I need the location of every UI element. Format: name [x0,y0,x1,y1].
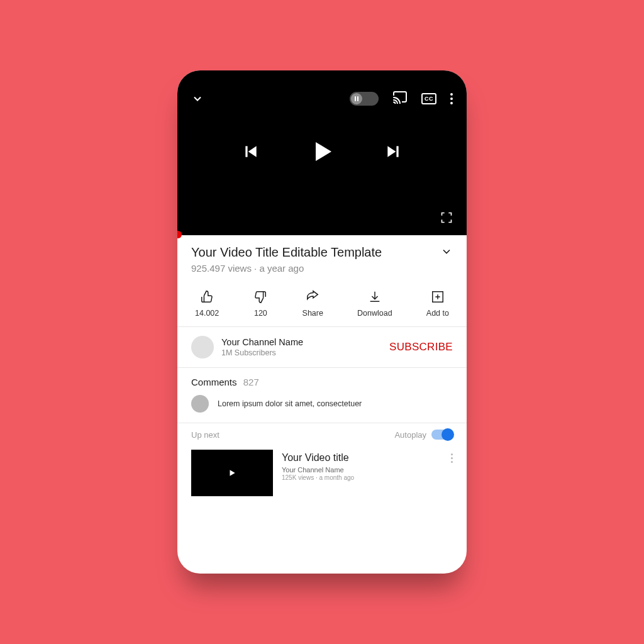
player-top-bar: CC [177,89,467,108]
fullscreen-icon[interactable] [440,211,453,224]
next-icon[interactable] [385,143,401,162]
comments-section[interactable]: Comments 827 Lorem ipsum dolor sit amet,… [177,368,467,423]
player-controls [177,139,467,167]
svg-rect-0 [245,146,247,157]
captions-icon[interactable]: CC [421,93,436,104]
share-label: Share [303,309,323,318]
download-label: Donwload [357,309,392,318]
commenter-avatar [191,395,209,413]
svg-rect-4 [396,146,398,157]
collapse-icon[interactable] [191,92,204,105]
add-to-label: Add to [426,309,449,318]
comment-preview: Lorem ipsum dolor sit amet, consectetuer [191,395,453,413]
play-icon[interactable] [309,139,335,167]
video-stats: 925.497 views · a year ago [191,263,453,274]
dislike-button[interactable]: 120 [253,290,268,318]
up-next-bar: Up next Autoplay [177,423,467,446]
phone-frame: CC Your Video Title Editable Template [177,70,467,574]
more-options-icon[interactable] [450,93,453,104]
next-video-channel: Your Channel Name [282,466,442,474]
svg-marker-6 [230,470,235,475]
next-video-more-icon[interactable] [451,450,453,463]
comments-label: Comments [191,377,237,387]
next-thumbnail[interactable] [191,450,273,496]
autoplay-label: Autoplay [394,430,426,440]
subscribe-button[interactable]: SUBSCRIBE [389,341,453,353]
share-button[interactable]: Share [303,290,323,318]
video-player[interactable]: CC [177,70,467,235]
channel-name: Your Channel Name [221,337,382,347]
svg-marker-1 [248,146,257,157]
autoplay-toggle-player[interactable] [350,92,379,106]
like-count: 14.002 [195,309,219,318]
add-to-button[interactable]: Add to [426,290,449,318]
next-video-title: Your Video title [282,452,442,464]
like-button[interactable]: 14.002 [195,290,219,318]
up-next-item[interactable]: Your Video title Your Channel Name 125K … [177,446,467,508]
cast-icon[interactable] [392,91,408,106]
download-button[interactable]: Donwload [357,290,392,318]
expand-description-icon[interactable] [440,245,453,260]
up-next-label: Up next [191,430,219,440]
next-video-meta: 125K views · a month ago [282,474,442,481]
svg-marker-2 [316,142,331,161]
dislike-count: 120 [254,309,267,318]
channel-row[interactable]: Your Channel Name 1M Subscribers SUBSCRI… [177,327,467,368]
autoplay-toggle[interactable] [431,430,453,440]
channel-subs: 1M Subscribers [221,348,382,357]
pause-icon [351,93,362,104]
action-bar: 14.002 120 Share Donwload Add to [177,282,467,327]
svg-marker-3 [387,146,396,157]
previous-icon[interactable] [243,143,259,162]
video-title: Your Video Title Editable Template [191,245,382,260]
channel-avatar[interactable] [191,336,214,358]
comment-text: Lorem ipsum dolor sit amet, consectetuer [218,399,362,408]
video-meta: Your Video Title Editable Template 925.4… [177,235,467,282]
comments-count: 827 [243,377,259,387]
